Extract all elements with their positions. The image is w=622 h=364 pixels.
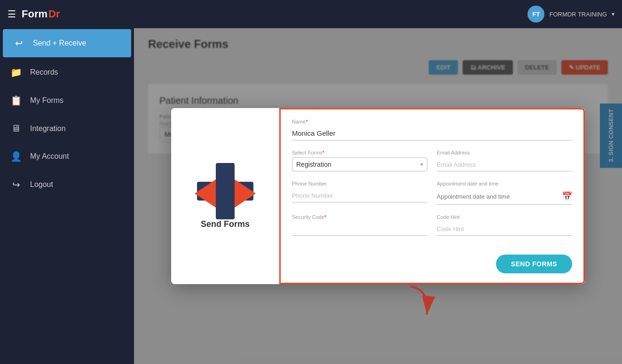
select-forms-wrap[interactable]: Registration Consent Form New Patient Fo… [292,157,427,171]
email-field: Email Address [437,150,572,171]
layout: ↩ Send + Receive 📁 Records 📋 My Forms 🖥 … [0,28,622,364]
sidebar-item-integration[interactable]: 🖥 Integration [0,115,134,142]
logout-icon: ↪ [9,179,23,190]
chevron-down-icon[interactable]: ▾ [612,11,614,17]
logo-dr: Dr [48,8,60,20]
user-label: FORMDR TRAINING [549,11,607,18]
phone-field: Phone Number [292,181,427,205]
email-label: Email Address [437,150,572,155]
integration-icon: 🖥 [9,123,23,134]
send-forms-button[interactable]: SEND FORMS [496,255,572,273]
sidebar-label-integration: Integration [30,124,66,133]
sidebar-item-send-receive[interactable]: ↩ Send + Receive [3,29,131,57]
phone-label: Phone Number [292,181,427,186]
name-input[interactable] [292,126,572,140]
name-row: Name* [292,119,572,140]
forms-email-row: Select Forms* Registration Consent Form … [292,150,572,171]
send-row: SEND FORMS [292,245,572,273]
hamburger-icon[interactable]: ☰ [8,8,16,20]
my-forms-icon: 📋 [9,95,23,106]
sidebar-label-records: Records [30,68,58,77]
records-icon: 📁 [9,67,23,78]
avatar: FT [528,6,544,23]
sidebar: ↩ Send + Receive 📁 Records 📋 My Forms 🖥 … [0,28,134,364]
formdr-cross-logo [197,163,253,219]
appointment-label: Appointment date and time [437,181,572,186]
select-arrow-icon: ▾ [420,161,423,168]
sidebar-label-send-receive: Send + Receive [33,39,86,47]
select-forms-field: Select Forms* Registration Consent Form … [292,150,427,171]
logo-form: Form [22,8,47,20]
calendar-icon[interactable]: 📅 [562,191,572,201]
send-forms-modal: Send Forms Name* [171,108,585,284]
send-receive-icon: ↩ [12,38,25,49]
my-account-icon: 👤 [9,151,23,162]
sidebar-item-logout[interactable]: ↪ Logout [0,170,134,199]
logo: Form Dr [22,8,60,20]
nav-right: FT FORMDR TRAINING ▾ [528,6,614,23]
select-forms-dropdown[interactable]: Registration Consent Form New Patient Fo… [296,161,420,168]
sidebar-label-my-account: My Account [30,152,69,161]
appointment-field: Appointment date and time 📅 [437,181,572,205]
name-field: Name* [292,119,572,140]
email-input[interactable] [437,157,572,171]
sidebar-label-logout: Logout [30,180,53,189]
code-hint-input[interactable] [437,222,572,236]
sidebar-item-records[interactable]: 📁 Records [0,58,134,86]
modal-form-panel: Name* Select Forms* [279,108,585,284]
phone-input[interactable] [292,188,427,202]
security-code-label: Security Code* [292,214,427,220]
nav-left: ☰ Form Dr [8,8,60,20]
arrow-right-icon [235,179,256,208]
phone-appt-row: Phone Number Appointment date and time 📅 [292,181,572,205]
main-content: Receive Forms EDIT 🗂 ARCHIVE DELETE ✎ UP… [134,28,622,364]
send-forms-label: Send Forms [201,219,250,229]
arrow-left-icon [195,179,216,208]
date-input-wrap: 📅 [437,188,572,205]
top-nav: ☰ Form Dr FT FORMDR TRAINING ▾ [0,0,622,28]
code-hint-label: Code Hint [437,214,572,220]
modal-left-panel: Send Forms [171,108,279,284]
security-hint-row: Security Code* Code Hint [292,214,572,236]
name-label: Name* [292,119,572,124]
sidebar-item-my-account[interactable]: 👤 My Account [0,142,134,170]
appointment-input[interactable] [437,193,559,200]
security-code-input[interactable] [292,222,427,236]
modal-container: Send Forms Name* [134,28,622,364]
sidebar-label-my-forms: My Forms [30,96,63,105]
security-code-field: Security Code* [292,214,427,236]
select-forms-label: Select Forms* [292,150,427,155]
code-hint-field: Code Hint [437,214,572,236]
sidebar-item-my-forms[interactable]: 📋 My Forms [0,86,134,115]
